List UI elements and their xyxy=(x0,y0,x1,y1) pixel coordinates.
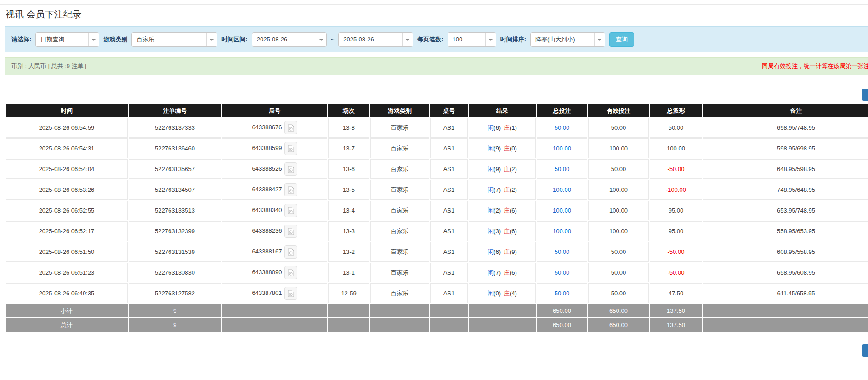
payout-value: -50.00 xyxy=(668,248,685,255)
cell-time: 2025-08-26 06:49:35 xyxy=(6,283,128,303)
total-bet-link[interactable]: 50.00 xyxy=(555,269,570,276)
video-replay-icon[interactable] xyxy=(284,204,297,217)
result-banker-label: 庄 xyxy=(504,124,510,131)
total-bet-link[interactable]: 100.00 xyxy=(553,207,571,214)
date-range-separator: ~ xyxy=(331,36,335,43)
total-bet-link[interactable]: 100.00 xyxy=(553,228,571,235)
search-button[interactable]: 查询 xyxy=(609,32,634,47)
result-banker-label: 庄 xyxy=(504,269,510,276)
video-replay-icon[interactable] xyxy=(284,266,297,279)
total-bet-link[interactable]: 50.00 xyxy=(555,290,570,297)
payout-value: -100.00 xyxy=(666,186,686,193)
result-player-label: 闲 xyxy=(488,186,494,193)
cell-bet-no: 522763130830 xyxy=(129,263,221,282)
cell-valid-bet: 50.00 xyxy=(588,263,649,282)
subtotal-count: 9 xyxy=(129,304,221,317)
cell-game: 百家乐 xyxy=(370,118,429,138)
cell-remark: 698.95/748.95 xyxy=(703,118,868,138)
cell-total-bet: 100.00 xyxy=(537,180,587,200)
table-row: 2025-08-26 06:52:17 522763132399 6433882… xyxy=(6,221,868,241)
round-no: 643388090 xyxy=(252,269,282,276)
game-category-value: 百家乐 xyxy=(132,33,206,46)
cell-game: 百家乐 xyxy=(370,159,429,179)
date-from-select[interactable]: 2025-08-26 xyxy=(252,32,327,47)
date-range-label: 时间区间: xyxy=(221,35,247,44)
table-summary: 小计 9 650.00 650.00 137.50 总计 9 xyxy=(6,304,868,332)
table-header-row: 时间 注单编号 局号 场次 游戏类别 桌号 结果 总投注 有效投注 总派彩 备注 xyxy=(6,104,868,117)
total-bet-link[interactable]: 100.00 xyxy=(553,145,571,152)
game-category-select[interactable]: 百家乐 xyxy=(131,32,217,47)
cell-payout: 95.00 xyxy=(650,201,702,220)
result-banker-label: 庄 xyxy=(504,186,510,193)
cell-session: 12-59 xyxy=(328,283,369,303)
cell-table: AS1 xyxy=(430,201,468,220)
total-bet-link[interactable]: 100.00 xyxy=(553,186,571,193)
result-banker-count: (6) xyxy=(510,269,517,276)
summary-bar: 币别 : 人民币 | 总共 :9 注单 | 同局有效投注，统一计算在该局第一张注… xyxy=(5,57,868,75)
table-row: 2025-08-26 06:51:50 522763131539 6433881… xyxy=(6,242,868,262)
video-replay-icon[interactable] xyxy=(284,142,297,155)
top-divider xyxy=(0,4,868,5)
header-round-no: 局号 xyxy=(222,104,327,117)
cell-bet-no: 522763137333 xyxy=(129,118,221,138)
chevron-down-icon[interactable] xyxy=(594,33,605,46)
valid-bet-notice: 同局有效投注，统一计算在该局第一张注单内 xyxy=(762,62,868,70)
currency-summary-text: 币别 : 人民币 | 总共 :9 注单 | xyxy=(11,62,87,70)
video-replay-icon[interactable] xyxy=(284,121,297,134)
header-valid-bet: 有效投注 xyxy=(588,104,649,117)
chevron-down-icon[interactable] xyxy=(88,33,99,46)
chevron-down-icon[interactable] xyxy=(485,33,496,46)
total-valid-bet: 650.00 xyxy=(588,318,649,332)
payout-value: 95.00 xyxy=(669,228,684,235)
round-no: 643388236 xyxy=(252,227,282,234)
table-row: 2025-08-26 06:54:04 522763135657 6433885… xyxy=(6,159,868,179)
result-banker-count: (4) xyxy=(510,290,517,297)
result-banker-count: (1) xyxy=(510,124,517,131)
cell-time: 2025-08-26 06:54:31 xyxy=(6,138,128,158)
cell-session: 13-2 xyxy=(328,242,369,262)
cell-valid-bet: 100.00 xyxy=(588,180,649,200)
cell-time: 2025-08-26 06:51:50 xyxy=(6,242,128,262)
total-bet-link[interactable]: 50.00 xyxy=(555,248,570,255)
cell-remark: 558.95/653.95 xyxy=(703,221,868,241)
cell-table: AS1 xyxy=(430,118,468,138)
cell-game: 百家乐 xyxy=(370,201,429,220)
round-no: 643387801 xyxy=(252,289,282,296)
result-banker-count: (2) xyxy=(510,166,517,173)
header-total-bet: 总投注 xyxy=(537,104,587,117)
cell-total-bet: 100.00 xyxy=(537,138,587,158)
result-player-label: 闲 xyxy=(488,207,494,214)
cell-remark: 648.95/598.95 xyxy=(703,159,868,179)
video-replay-icon[interactable] xyxy=(284,245,297,259)
cell-bet-no: 522763131539 xyxy=(129,242,221,262)
video-replay-icon[interactable] xyxy=(284,183,297,196)
video-replay-icon[interactable] xyxy=(284,287,297,300)
cell-time: 2025-08-26 06:52:55 xyxy=(6,201,128,220)
cell-round-no: 643388167 xyxy=(222,242,327,262)
cell-result: 闲(7)庄(6) xyxy=(469,263,536,282)
chevron-down-icon[interactable] xyxy=(316,33,326,46)
result-banker-label: 庄 xyxy=(504,290,510,297)
video-replay-icon[interactable] xyxy=(284,162,297,176)
cell-valid-bet: 50.00 xyxy=(588,242,649,262)
export-button-bottom[interactable] xyxy=(862,344,868,357)
chevron-down-icon[interactable] xyxy=(206,33,217,46)
result-player-label: 闲 xyxy=(488,290,494,297)
chevron-down-icon[interactable] xyxy=(402,33,413,46)
cell-result: 闲(3)庄(6) xyxy=(469,221,536,241)
page-size-select[interactable]: 100 xyxy=(448,32,496,47)
cell-table: AS1 xyxy=(430,242,468,262)
time-sort-select[interactable]: 降幂(由大到小) xyxy=(530,32,605,47)
result-banker-label: 庄 xyxy=(504,228,510,235)
total-bet-link[interactable]: 50.00 xyxy=(555,166,570,173)
query-type-select[interactable]: 日期查询 xyxy=(35,32,99,47)
cell-remark: 658.95/608.95 xyxy=(703,263,868,282)
date-to-select[interactable]: 2025-08-26 xyxy=(338,32,413,47)
total-bet-link[interactable]: 50.00 xyxy=(555,124,570,131)
export-button-top[interactable] xyxy=(862,89,868,101)
table-row: 2025-08-26 06:54:31 522763136460 6433885… xyxy=(6,138,868,158)
cell-total-bet: 50.00 xyxy=(537,159,587,179)
video-replay-icon[interactable] xyxy=(284,225,297,238)
cell-bet-no: 522763133513 xyxy=(129,201,221,220)
cell-round-no: 643388526 xyxy=(222,159,327,179)
